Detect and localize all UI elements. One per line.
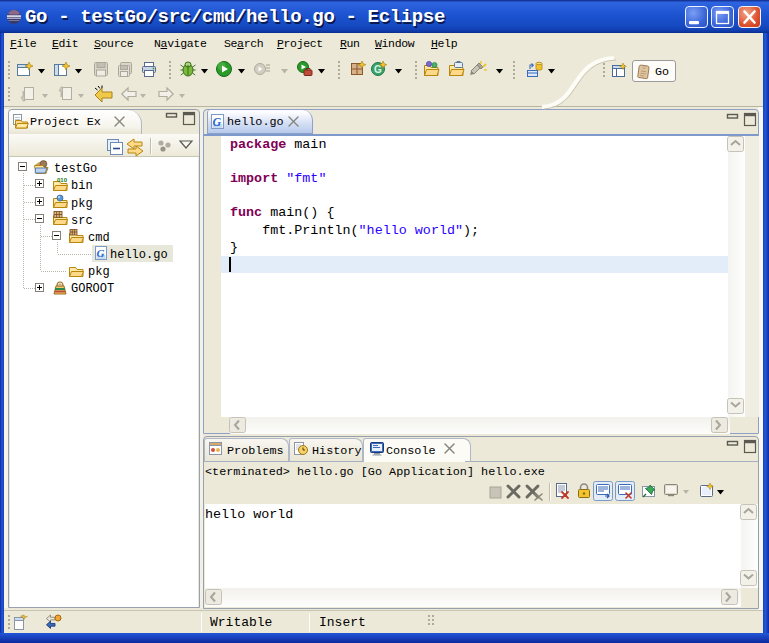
svg-text:G: G: [97, 247, 105, 259]
svg-text:010: 010: [57, 177, 68, 183]
